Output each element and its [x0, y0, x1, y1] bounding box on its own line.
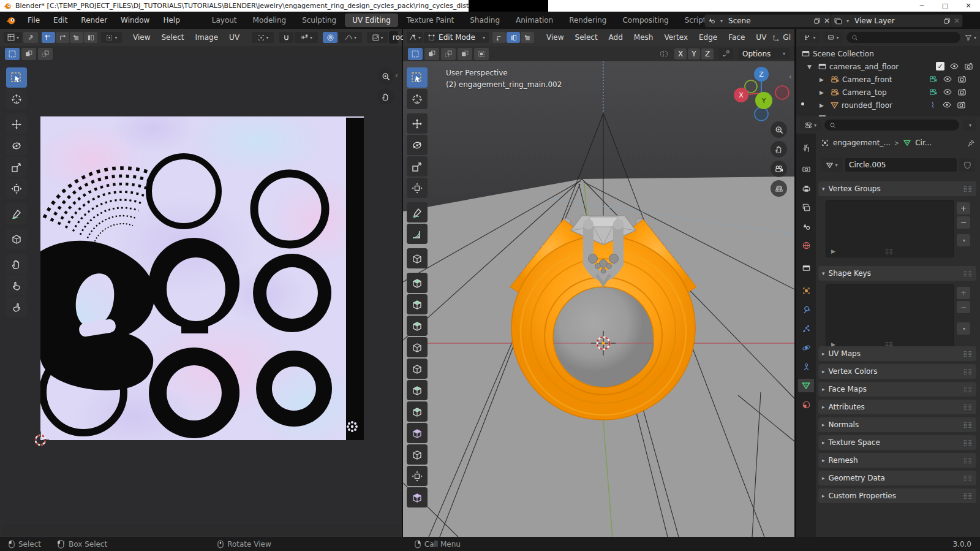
- mirror-y-button[interactable]: Y: [688, 48, 700, 59]
- breadcrumb-object-name[interactable]: engagement_...: [833, 139, 891, 147]
- uv-tool-relax[interactable]: [6, 275, 27, 295]
- close-button[interactable]: ✕: [957, 0, 980, 12]
- panel-attributes[interactable]: ▸Attributes⣿⣿: [818, 400, 976, 414]
- shape-key-specials-dropdown[interactable]: ▾: [957, 322, 970, 335]
- uv-image-name[interactable]: rock_08_no: [389, 31, 398, 44]
- list-expand-arrow[interactable]: ▶: [831, 248, 835, 254]
- uv-pan-icon[interactable]: [377, 88, 394, 105]
- vp-menu-edge[interactable]: Edge: [694, 33, 722, 42]
- uv-menu-view[interactable]: View: [128, 33, 155, 42]
- tab-layout[interactable]: Layout: [205, 13, 244, 27]
- tab-sculpting[interactable]: Sculpting: [295, 13, 344, 27]
- vp-tool-smooth[interactable]: [407, 423, 428, 443]
- panel-geometry-data[interactable]: ▸Geometry Data⣿⣿: [818, 471, 976, 485]
- vp-menu-view[interactable]: View: [541, 33, 568, 42]
- uv-edge-select-button[interactable]: [56, 32, 69, 43]
- uv-falloff-dropdown[interactable]: ▾: [339, 32, 362, 43]
- uv-menu-uv[interactable]: UV: [224, 33, 244, 42]
- panel-face-maps[interactable]: ▸Face Maps⣿⣿: [818, 382, 976, 397]
- panel-remesh[interactable]: ▸Remesh⣿⣿: [818, 453, 976, 468]
- mirror-z-button[interactable]: Z: [701, 48, 714, 59]
- viewport-pan-icon[interactable]: [771, 141, 787, 158]
- vp-tool-bevel[interactable]: [407, 316, 428, 336]
- uv-sync-selection-toggle[interactable]: [23, 32, 38, 43]
- shape-keys-list[interactable]: ▶ ⣿⣿: [826, 284, 954, 351]
- viewport-sidebar-collapse-icon[interactable]: ‹: [789, 72, 792, 81]
- orientation-widget[interactable]: Gl: [772, 33, 791, 42]
- outliner-row-scene-collection[interactable]: Scene Collection: [801, 47, 980, 60]
- outliner-display-mode-dropdown[interactable]: ▾: [823, 32, 843, 43]
- vp-tool-cursor[interactable]: [407, 89, 428, 109]
- remove-vertex-group-button[interactable]: −: [957, 216, 970, 229]
- tab-tool[interactable]: [798, 141, 814, 154]
- copy-view-layer-icon[interactable]: [943, 17, 951, 25]
- vp-select-box-extend[interactable]: [424, 48, 439, 60]
- tab-collection[interactable]: [798, 261, 814, 275]
- checkbox-icon[interactable]: ✓: [936, 62, 944, 70]
- uv-tool-move[interactable]: [6, 114, 27, 134]
- vp-menu-uv[interactable]: UV: [751, 33, 771, 42]
- vp-menu-vertex[interactable]: Vertex: [659, 33, 693, 42]
- uv-proportional-edit-toggle[interactable]: [323, 32, 337, 43]
- vp-tool-annotate[interactable]: [407, 202, 428, 222]
- maximize-button[interactable]: ▢: [933, 0, 957, 12]
- uv-image-browse-dropdown[interactable]: ▾: [367, 32, 388, 43]
- uv-tool-annotate[interactable]: [6, 203, 27, 224]
- vp-tool-inset-faces[interactable]: [407, 294, 428, 314]
- vp-menu-mesh[interactable]: Mesh: [629, 33, 658, 42]
- copy-scene-icon[interactable]: [813, 17, 821, 25]
- vp-select-box-subtract[interactable]: [441, 48, 456, 60]
- panel-uv-maps[interactable]: ▸UV Maps⣿⣿: [818, 346, 976, 361]
- menu-render[interactable]: Render: [74, 12, 114, 29]
- add-shape-key-button[interactable]: +: [957, 287, 970, 299]
- uv-face-select-button[interactable]: [70, 32, 83, 43]
- mode-dropdown[interactable]: Edit Mode ▾: [424, 32, 489, 43]
- menu-edit[interactable]: Edit: [47, 12, 74, 29]
- panel-normals[interactable]: ▸Normals⣿⣿: [818, 417, 976, 432]
- vp-select-box-difference[interactable]: [458, 48, 472, 60]
- vp-tool-edge-slide[interactable]: [407, 444, 428, 465]
- vp-menu-face[interactable]: Face: [723, 33, 750, 42]
- uv-editor-type-dropdown[interactable]: ▾: [4, 32, 22, 43]
- uv-sidebar-collapse-icon[interactable]: ‹: [395, 71, 398, 80]
- tab-view-layer[interactable]: [798, 200, 814, 214]
- vertex-mode-button[interactable]: [492, 32, 506, 43]
- outliner-editor-type-dropdown[interactable]: ▾: [800, 32, 820, 43]
- tab-output[interactable]: [798, 181, 814, 195]
- tab-compositing[interactable]: Compositing: [615, 13, 676, 27]
- outliner-search-input[interactable]: [846, 32, 960, 43]
- camera-render-icon[interactable]: [964, 62, 973, 71]
- view-layer-selector[interactable]: ▾ View Layer ✕: [831, 14, 963, 28]
- tab-physics[interactable]: [798, 341, 814, 354]
- options-dropdown[interactable]: Options▾: [738, 48, 790, 59]
- add-vertex-group-button[interactable]: +: [957, 202, 970, 215]
- uv-island-select-button[interactable]: [84, 32, 97, 43]
- tab-scene[interactable]: [798, 219, 814, 233]
- eye-icon[interactable]: [942, 100, 952, 110]
- uv-tool-grab[interactable]: [6, 254, 27, 274]
- tab-texture-paint[interactable]: Texture Paint: [399, 13, 461, 27]
- uv-tool-transform[interactable]: [6, 178, 27, 199]
- expand-arrow-icon[interactable]: ▼: [807, 64, 812, 70]
- vp-tool-shear[interactable]: [407, 487, 428, 507]
- uv-canvas[interactable]: ‹: [0, 61, 402, 522]
- eye-icon[interactable]: [943, 74, 952, 84]
- fake-user-shield-icon[interactable]: [959, 158, 975, 172]
- vp-menu-add[interactable]: Add: [604, 33, 628, 42]
- tab-particles[interactable]: [798, 322, 814, 335]
- tab-object-data[interactable]: [798, 379, 814, 392]
- tab-render[interactable]: [798, 162, 814, 176]
- panel-shape-keys[interactable]: ▾Shape Keys⣿⣿: [818, 266, 976, 281]
- properties-filter-dropdown[interactable]: ▾: [963, 120, 976, 131]
- uv-snap-toggle[interactable]: [279, 32, 293, 43]
- tab-modifiers[interactable]: [798, 303, 814, 316]
- breadcrumb-data-name[interactable]: Cir...: [915, 139, 932, 147]
- face-mode-button[interactable]: [521, 32, 534, 43]
- tab-shading[interactable]: Shading: [462, 13, 507, 27]
- tab-animation[interactable]: Animation: [508, 13, 560, 27]
- uv-zoom-icon[interactable]: [377, 68, 394, 85]
- mesh-name-input[interactable]: Circle.005: [845, 158, 957, 172]
- mesh-data-dropdown[interactable]: ▾: [821, 158, 843, 172]
- vp-tool-transform[interactable]: [407, 178, 428, 198]
- collapse-arrow-icon[interactable]: ▶: [820, 77, 824, 83]
